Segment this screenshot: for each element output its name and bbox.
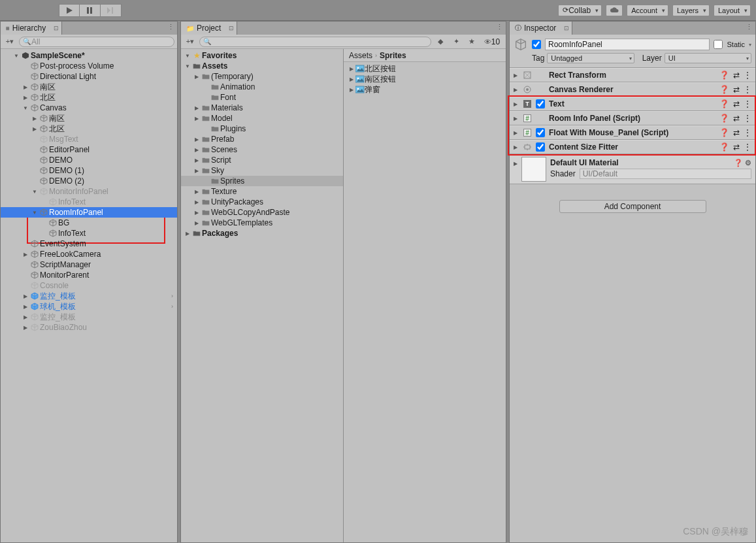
project-item[interactable]: ▶Materials: [181, 103, 343, 113]
filter-label[interactable]: ✦: [450, 37, 463, 47]
project-item[interactable]: Font: [181, 92, 343, 103]
hierarchy-search[interactable]: 🔍All: [19, 37, 174, 47]
asset-item[interactable]: ▶北区按钮: [344, 63, 506, 74]
project-item[interactable]: ▶WebGLCopyAndPaste: [181, 207, 343, 218]
project-item[interactable]: ▶Texture: [181, 186, 343, 197]
preset-icon[interactable]: ⇄: [733, 114, 740, 123]
component-header[interactable]: ▶Canvas Renderer❓⇄⋮: [510, 82, 755, 97]
component-menu[interactable]: ⋮: [744, 99, 751, 108]
foldout-icon[interactable]: ▶: [193, 210, 201, 216]
project-search[interactable]: 🔍: [199, 37, 431, 47]
foldout-icon[interactable]: ▶: [193, 168, 201, 174]
foldout-icon[interactable]: ▶: [514, 101, 519, 107]
hierarchy-item[interactable]: ▼Canvas: [1, 103, 177, 113]
active-checkbox[interactable]: [532, 40, 541, 49]
project-item[interactable]: ▶Prefab: [181, 134, 343, 144]
foldout-icon[interactable]: ▼: [31, 189, 39, 195]
hierarchy-item[interactable]: Post-process Volume: [1, 61, 177, 71]
tag-dropdown[interactable]: Untagged: [547, 53, 634, 63]
foldout-icon[interactable]: ▶: [514, 87, 519, 93]
project-item[interactable]: ▶UnityPackages: [181, 197, 343, 207]
foldout-icon[interactable]: ▶: [514, 73, 519, 78]
project-item[interactable]: ▼Assets: [181, 61, 343, 71]
hierarchy-item[interactable]: ▶球机_模板›: [1, 301, 177, 312]
material-thumbnail[interactable]: [521, 157, 546, 182]
help-icon[interactable]: ❓: [719, 142, 729, 152]
component-menu[interactable]: ⋮: [744, 128, 751, 137]
project-item[interactable]: Plugins: [181, 123, 343, 134]
hierarchy-item[interactable]: ▶北区: [1, 92, 177, 103]
component-menu[interactable]: ⋮: [744, 114, 751, 123]
hierarchy-item[interactable]: ▶南区: [1, 82, 177, 92]
foldout-icon[interactable]: ▼: [22, 105, 29, 111]
preset-icon[interactable]: ⇄: [733, 85, 740, 94]
project-tree[interactable]: ▼★Favorites▼Assets▶(Temporary)AnimationF…: [181, 49, 344, 542]
preset-icon[interactable]: ⇄: [733, 99, 740, 108]
collab-dropdown[interactable]: ⟳ Collab: [558, 5, 602, 16]
component-header[interactable]: ▶Content Size Fitter❓⇄⋮: [510, 140, 755, 154]
foldout-icon[interactable]: ▶: [193, 220, 201, 226]
foldout-icon[interactable]: ▶: [348, 87, 355, 93]
layout-dropdown[interactable]: Layout: [714, 5, 751, 16]
component-header[interactable]: ▶#Float With Mouse_Panel (Script)❓⇄⋮: [510, 125, 755, 140]
step-button[interactable]: [101, 4, 122, 17]
hierarchy-item[interactable]: ▶北区: [1, 123, 177, 134]
hierarchy-menu[interactable]: ⋮: [164, 22, 177, 32]
foldout-icon[interactable]: ▶: [193, 137, 201, 142]
foldout-icon[interactable]: ▶: [193, 74, 201, 80]
prefab-open-icon[interactable]: ›: [171, 293, 173, 299]
help-icon[interactable]: ❓: [719, 99, 729, 108]
hierarchy-item[interactable]: ▼MonitorInfoPanel: [1, 186, 177, 197]
foldout-icon[interactable]: ▼: [12, 53, 20, 59]
foldout-icon[interactable]: ▶: [193, 199, 201, 205]
foldout-icon[interactable]: ▶: [22, 325, 29, 331]
project-item[interactable]: ▼★Favorites: [181, 50, 343, 61]
foldout-icon[interactable]: ▼: [31, 210, 39, 216]
foldout-icon[interactable]: ▶: [193, 157, 201, 163]
foldout-icon[interactable]: ▶: [193, 105, 201, 111]
breadcrumb-item[interactable]: Assets: [349, 51, 372, 60]
preset-icon[interactable]: ⇄: [733, 71, 740, 80]
inspector-menu[interactable]: ⋮: [742, 22, 755, 32]
hierarchy-item[interactable]: ▶FreeLookCamera: [1, 249, 177, 259]
hierarchy-item[interactable]: ▶南区: [1, 113, 177, 123]
foldout-icon[interactable]: ▶: [22, 95, 29, 101]
component-enabled-checkbox[interactable]: [536, 142, 545, 152]
hierarchy-item[interactable]: ▶监控_模板›: [1, 291, 177, 301]
hierarchy-create[interactable]: +▾: [3, 37, 16, 47]
foldout-icon[interactable]: ▼: [184, 53, 191, 59]
add-component-button[interactable]: Add Component: [559, 200, 706, 213]
help-icon[interactable]: ❓: [719, 128, 729, 137]
pause-button[interactable]: [80, 4, 101, 17]
project-item[interactable]: ▶Model: [181, 113, 343, 123]
foldout-icon[interactable]: ▶: [31, 116, 39, 122]
layers-dropdown[interactable]: Layers: [672, 5, 710, 16]
foldout-icon[interactable]: ▶: [348, 76, 355, 82]
component-menu[interactable]: ⋮: [744, 71, 751, 80]
hierarchy-item[interactable]: EditorPanel: [1, 144, 177, 155]
foldout-icon[interactable]: ▶: [22, 84, 29, 90]
project-item[interactable]: ▶(Temporary): [181, 71, 343, 82]
help-icon[interactable]: ❓: [719, 114, 729, 123]
account-dropdown[interactable]: Account: [627, 5, 668, 16]
hierarchy-item[interactable]: ScriptManager: [1, 259, 177, 270]
project-item[interactable]: ▶Packages: [181, 228, 343, 239]
project-item[interactable]: Sprites: [181, 176, 343, 186]
foldout-icon[interactable]: ▶: [184, 231, 191, 237]
hierarchy-item[interactable]: EventSystem: [1, 239, 177, 249]
project-item[interactable]: ▶Scenes: [181, 144, 343, 155]
foldout-icon[interactable]: ▶: [514, 144, 519, 150]
filter-type[interactable]: ◆: [434, 37, 447, 47]
hierarchy-item[interactable]: MsgText: [1, 134, 177, 144]
hierarchy-item[interactable]: DEMO: [1, 155, 177, 165]
foldout-icon[interactable]: ▶: [31, 126, 39, 132]
cloud-button[interactable]: [606, 5, 623, 16]
hierarchy-item[interactable]: Cosnole: [1, 280, 177, 291]
component-menu[interactable]: ⋮: [744, 142, 751, 152]
hierarchy-item[interactable]: ▶监控_模板: [1, 312, 177, 322]
hierarchy-item[interactable]: InfoText: [1, 228, 177, 239]
hierarchy-item[interactable]: ▼SampleScene*: [1, 50, 177, 61]
shader-dropdown[interactable]: UI/Default: [580, 169, 751, 179]
help-icon[interactable]: ❓: [719, 71, 729, 80]
hierarchy-item[interactable]: InfoText: [1, 197, 177, 207]
